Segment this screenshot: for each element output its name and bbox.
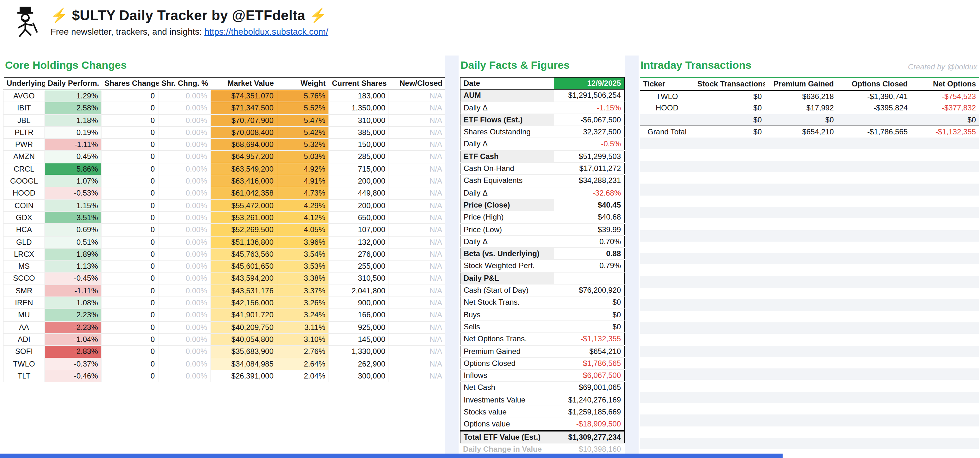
created-by-credit: Created by @boldux	[908, 62, 977, 71]
facts-label: Stocks value	[460, 406, 554, 418]
cell-shr-chng-pct: 0.00%	[158, 127, 211, 139]
cell-shares-change: 0	[101, 102, 158, 114]
cell-weight: 3.26%	[277, 297, 329, 309]
facts-value: $17,011,272	[554, 162, 624, 175]
facts-row: Cash (Start of Day)$76,200,920	[460, 284, 624, 296]
intraday-empty-row	[640, 368, 979, 380]
intraday-empty-row	[640, 219, 979, 230]
cell-market-value: $64,957,200	[211, 151, 277, 163]
intraday-empty-row	[640, 265, 979, 276]
cell-shr-chng-pct: 0.00%	[158, 248, 211, 260]
facts-value: $69,001,065	[554, 382, 624, 394]
cell-options-closed	[837, 114, 911, 126]
column-header-daily-perform: Daily Perform.	[45, 77, 101, 90]
facts-value: -0.5%	[554, 138, 624, 151]
cell-shr-chng-pct: 0.00%	[158, 321, 211, 333]
cell-shares-change: 0	[101, 236, 158, 248]
cell-daily-perform: 1.29%	[45, 90, 101, 102]
facts-value: $76,200,920	[554, 284, 624, 296]
cell-new-closed: N/A	[389, 175, 445, 187]
intraday-empty-row	[640, 311, 979, 322]
page-title-text: $ULTY Daily Tracker by @ETFdelta	[72, 8, 305, 23]
facts-row: Daily Δ0.70%	[460, 236, 624, 248]
facts-row: Sells$0	[460, 321, 624, 333]
cell-shares-change: 0	[101, 175, 158, 187]
cell-current-shares: 300,000	[329, 370, 389, 382]
facts-value: -32.68%	[554, 187, 624, 199]
intraday-empty-row	[640, 184, 979, 196]
core-holdings-body: AVGO1.29%00.00%$74,351,0705.76%183,000N/…	[3, 90, 445, 382]
cell-market-value: $35,683,900	[211, 345, 277, 358]
cell-underlying: TWLO	[3, 358, 45, 370]
cell-net-options: -$377,832	[911, 103, 979, 114]
cell-market-value: $70,707,900	[211, 114, 277, 127]
cell-shares-change: 0	[101, 370, 158, 382]
cell-market-value: $40,054,800	[211, 333, 277, 346]
facts-row: Options value-$18,909,500	[460, 418, 624, 431]
core-holdings-row: IBIT2.58%00.00%$71,347,5005.52%1,350,000…	[3, 102, 445, 114]
cell-shr-chng-pct: 0.00%	[158, 273, 211, 285]
facts-row: Total ETF Value (Est.)$1,309,277,234	[460, 431, 624, 443]
cell-underlying: PLTR	[3, 127, 45, 139]
cell-underlying: JBL	[3, 114, 45, 127]
cell-underlying: TLT	[3, 370, 45, 382]
facts-value: -$1,132,355	[554, 333, 624, 345]
core-holdings-row: CRCL5.86%00.00%$63,549,2004.92%715,000N/…	[3, 163, 445, 175]
cell-market-value: $63,549,200	[211, 163, 277, 175]
intraday-empty-row	[640, 322, 979, 334]
core-holdings-row: LRCX1.89%00.00%$45,763,5603.54%276,000N/…	[3, 248, 445, 260]
column-header-market-value: Market Value	[211, 77, 277, 90]
cell-market-value: $34,084,985	[211, 358, 277, 370]
cell-premium-gained: $654,210	[765, 126, 837, 138]
cell-new-closed: N/A	[389, 212, 445, 224]
cell-weight: 3.37%	[277, 285, 329, 297]
cell-weight: 2.64%	[277, 358, 329, 370]
cell-new-closed: N/A	[389, 321, 445, 333]
page-header: ⚡ $ULTY Daily Tracker by @ETFdelta ⚡ Fre…	[0, 0, 980, 55]
core-holdings-row: HCA0.69%00.00%$52,269,5004.05%107,000N/A	[3, 224, 445, 236]
cell-shr-chng-pct: 0.00%	[158, 285, 211, 297]
facts-row: Cash Equivalents$34,288,231	[460, 175, 624, 187]
facts-row: Price (Low)$39.99	[460, 223, 624, 236]
horizontal-scrollbar[interactable]	[0, 453, 783, 458]
substack-link[interactable]: https://theboldux.substack.com/	[204, 27, 328, 36]
facts-label: Daily Change in Value	[460, 444, 553, 455]
cell-underlying: HOOD	[3, 187, 45, 200]
core-holdings-row: MS1.13%00.00%$45,601,6503.53%255,000N/A	[3, 260, 445, 273]
facts-label: Price (Close)	[460, 199, 554, 211]
cell-daily-perform: -0.53%	[45, 187, 101, 200]
cell-current-shares: 107,000	[329, 224, 389, 236]
cell-current-shares: 1,330,000	[329, 345, 389, 358]
cell-market-value: $45,601,650	[211, 260, 277, 273]
facts-value: -$1,786,565	[554, 357, 624, 370]
cell-current-shares: 650,000	[329, 212, 389, 224]
facts-label: Price (High)	[460, 211, 554, 223]
core-holdings-row: AMZN0.45%00.00%$64,957,2005.03%285,000N/…	[3, 151, 445, 163]
cell-shares-change: 0	[101, 273, 158, 285]
cell-shares-change: 0	[101, 321, 158, 333]
facts-row: Daily P&L	[460, 272, 624, 285]
cell-market-value: $74,351,070	[211, 90, 277, 102]
cell-shr-chng-pct: 0.00%	[158, 138, 211, 151]
cell-market-value: $26,391,000	[211, 370, 277, 382]
facts-label: Daily Δ	[460, 187, 554, 199]
core-holdings-row: TWLO-0.37%00.00%$34,084,9852.64%262,900N…	[3, 358, 445, 370]
cell-shr-chng-pct: 0.00%	[158, 236, 211, 248]
cell-underlying: AA	[3, 321, 45, 333]
cell-daily-perform: 1.08%	[45, 297, 101, 309]
cell-market-value: $40,209,750	[211, 321, 277, 333]
cell-shr-chng-pct: 0.00%	[158, 333, 211, 346]
core-holdings-row: SCCO-0.45%00.00%$43,594,2003.38%310,500N…	[3, 273, 445, 285]
cell-current-shares: 310,500	[329, 273, 389, 285]
facts-label: Daily Δ	[460, 101, 554, 114]
page-subtitle: Free newsletter, trackers, and insights:…	[51, 27, 328, 36]
facts-label: Daily Δ	[460, 138, 554, 151]
intraday-title: Intraday Transactions	[641, 59, 751, 72]
core-holdings-row: JBL1.18%00.00%$70,707,9005.47%310,000N/A	[3, 114, 445, 127]
core-holdings-row: GOOGL1.07%00.00%$63,416,0004.91%200,000N…	[3, 175, 445, 187]
facts-row: Price (Close)$40.45	[460, 199, 624, 211]
intraday-header-row: TickerStock TransactionsPremium GainedOp…	[640, 78, 979, 90]
column-header-underlying: Underlying	[3, 77, 45, 90]
cell-daily-perform: 1.18%	[45, 114, 101, 127]
cell-daily-perform: 0.69%	[45, 224, 101, 236]
